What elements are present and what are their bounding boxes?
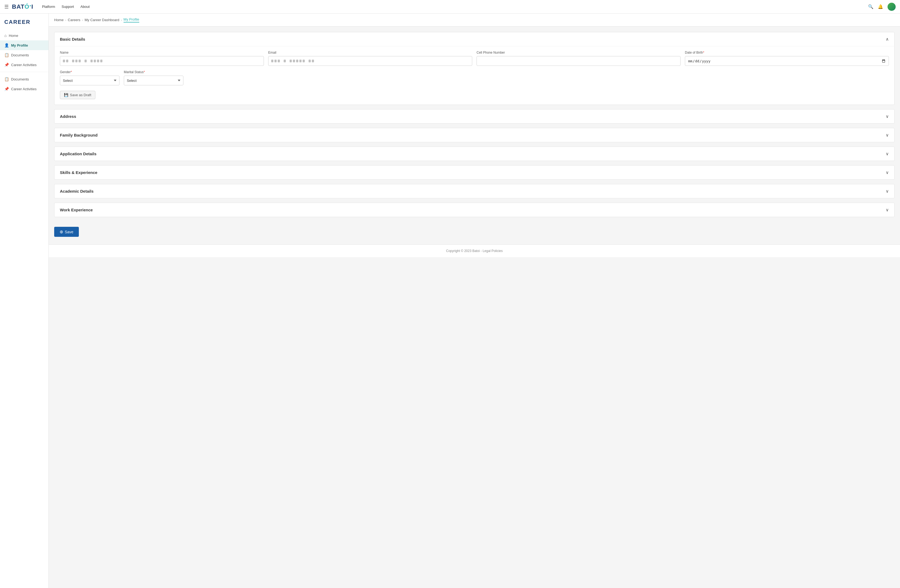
hamburger-icon[interactable]: ☰ bbox=[4, 4, 9, 10]
skills-experience-chevron: ∨ bbox=[886, 170, 889, 175]
marital-status-select[interactable]: Select Single Married Divorced Widowed bbox=[124, 76, 183, 85]
breadcrumb-dashboard[interactable]: My Career Dashboard bbox=[85, 18, 119, 22]
academic-details-title: Academic Details bbox=[60, 189, 93, 194]
address-title: Address bbox=[60, 114, 76, 119]
home-icon: ⌂ bbox=[4, 33, 6, 38]
gender-required: * bbox=[71, 70, 72, 74]
dob-group: Date of Birth* bbox=[685, 51, 889, 66]
breadcrumb-my-profile[interactable]: My Profile bbox=[124, 17, 139, 22]
skills-experience-header[interactable]: Skills & Experience ∨ bbox=[54, 166, 894, 179]
sidebar-item-label: My Profile bbox=[11, 43, 28, 47]
nav-platform[interactable]: Platform bbox=[42, 5, 55, 9]
career-activities2-icon: 📌 bbox=[4, 87, 9, 91]
breadcrumb-home[interactable]: Home bbox=[54, 18, 64, 22]
sidebar-divider bbox=[0, 72, 48, 72]
family-background-header[interactable]: Family Background ∨ bbox=[54, 128, 894, 142]
content-area: Basic Details ∧ Name bbox=[49, 26, 900, 227]
dob-input[interactable] bbox=[685, 56, 889, 66]
search-icon[interactable]: 🔍 bbox=[868, 4, 874, 9]
application-details-title: Application Details bbox=[60, 152, 96, 156]
address-chevron: ∨ bbox=[886, 114, 889, 119]
page-wrapper: CAREER ⌂ Home 👤 My Profile 📋 Documents 📌… bbox=[0, 0, 900, 588]
nav-about[interactable]: About bbox=[81, 5, 90, 9]
breadcrumb-sep-3: › bbox=[121, 19, 122, 22]
breadcrumb-sep-1: › bbox=[65, 19, 67, 22]
marital-status-group: Marital Status* Select Single Married Di… bbox=[124, 70, 183, 85]
main-content: Home › Careers › My Career Dashboard › M… bbox=[49, 14, 900, 588]
top-navigation: ☰ BATÓ●I Platform Support About 🔍 🔔 bbox=[0, 0, 900, 14]
gender-label: Gender* bbox=[60, 70, 119, 74]
name-group: Name bbox=[60, 51, 264, 66]
save-button-label: Save bbox=[65, 230, 73, 234]
family-background-chevron: ∨ bbox=[886, 132, 889, 138]
academic-details-chevron: ∨ bbox=[886, 189, 889, 194]
logo: BATÓ●I bbox=[12, 3, 33, 10]
application-details-header[interactable]: Application Details ∨ bbox=[54, 147, 894, 161]
sidebar-item-label: Documents bbox=[11, 77, 29, 81]
work-experience-section: Work Experience ∨ bbox=[54, 203, 895, 217]
skills-experience-section: Skills & Experience ∨ bbox=[54, 165, 895, 180]
cell-phone-group: Cell Phone Number bbox=[476, 51, 681, 66]
sidebar-item-documents[interactable]: 📋 Documents bbox=[0, 50, 48, 60]
footer-text: Copyright © 2023 Batoi - Legal Policies bbox=[446, 249, 503, 253]
basic-details-section: Basic Details ∧ Name bbox=[54, 32, 895, 105]
academic-details-header[interactable]: Academic Details ∨ bbox=[54, 184, 894, 198]
nav-right: 🔍 🔔 bbox=[868, 3, 896, 11]
sidebar-nav: ⌂ Home 👤 My Profile 📋 Documents 📌 Career… bbox=[0, 28, 48, 96]
family-background-title: Family Background bbox=[60, 133, 98, 137]
sidebar-item-my-profile[interactable]: 👤 My Profile bbox=[0, 40, 48, 50]
sidebar-item-label: Home bbox=[9, 34, 18, 38]
sidebar-brand: CAREER bbox=[0, 14, 48, 28]
cell-phone-input[interactable] bbox=[476, 56, 681, 66]
basic-details-row-1: Name bbox=[60, 51, 889, 66]
breadcrumb-careers[interactable]: Careers bbox=[68, 18, 80, 22]
sidebar-brand-text: CAREER bbox=[4, 19, 30, 25]
sidebar: CAREER ⌂ Home 👤 My Profile 📋 Documents 📌… bbox=[0, 14, 49, 588]
email-group: Email bbox=[268, 51, 472, 66]
save-button-icon: ⊕ bbox=[60, 229, 63, 234]
cell-phone-label: Cell Phone Number bbox=[476, 51, 681, 54]
basic-details-body: Name bbox=[54, 46, 894, 105]
application-details-chevron: ∨ bbox=[886, 151, 889, 156]
family-background-section: Family Background ∨ bbox=[54, 128, 895, 142]
marital-required: * bbox=[144, 70, 145, 74]
documents-icon: 📋 bbox=[4, 53, 9, 57]
dob-label: Date of Birth* bbox=[685, 51, 889, 54]
nav-support[interactable]: Support bbox=[62, 5, 74, 9]
basic-details-title: Basic Details bbox=[60, 37, 85, 42]
sidebar-item-career-activities[interactable]: 📌 Career Activities bbox=[0, 60, 48, 70]
sidebar-item-documents2[interactable]: 📋 Documents bbox=[0, 74, 48, 84]
email-label: Email bbox=[268, 51, 472, 54]
profile-icon: 👤 bbox=[4, 43, 9, 47]
sidebar-item-home[interactable]: ⌂ Home bbox=[0, 31, 48, 40]
logo-text: BATÓ●I bbox=[12, 3, 33, 10]
sidebar-item-label: Career Activities bbox=[11, 63, 37, 67]
address-header[interactable]: Address ∨ bbox=[54, 110, 894, 123]
save-as-draft-button[interactable]: 💾 Save as Draft bbox=[60, 91, 95, 99]
sidebar-item-label: Documents bbox=[11, 53, 29, 57]
sidebar-item-career-activities2[interactable]: 📌 Career Activities bbox=[0, 84, 48, 94]
breadcrumb: Home › Careers › My Career Dashboard › M… bbox=[49, 14, 900, 26]
work-experience-header[interactable]: Work Experience ∨ bbox=[54, 203, 894, 217]
email-input[interactable] bbox=[268, 56, 472, 66]
dob-required: * bbox=[703, 51, 704, 54]
nav-links: Platform Support About bbox=[42, 5, 90, 9]
address-section: Address ∨ bbox=[54, 109, 895, 124]
documents2-icon: 📋 bbox=[4, 77, 9, 81]
skills-experience-title: Skills & Experience bbox=[60, 170, 97, 175]
basic-details-row-2: Gender* Select Male Female Other Prefer … bbox=[60, 70, 889, 85]
work-experience-chevron: ∨ bbox=[886, 207, 889, 213]
work-experience-title: Work Experience bbox=[60, 208, 93, 212]
save-button[interactable]: ⊕ Save bbox=[54, 227, 79, 237]
gender-group: Gender* Select Male Female Other Prefer … bbox=[60, 70, 119, 85]
bell-icon[interactable]: 🔔 bbox=[878, 4, 883, 9]
career-activities-icon: 📌 bbox=[4, 63, 9, 67]
spacer bbox=[188, 70, 889, 85]
gender-select[interactable]: Select Male Female Other Prefer not to s… bbox=[60, 76, 119, 85]
avatar[interactable] bbox=[888, 3, 896, 11]
basic-details-header[interactable]: Basic Details ∧ bbox=[54, 32, 894, 46]
sidebar-item-label: Career Activities bbox=[11, 87, 37, 91]
breadcrumb-sep-2: › bbox=[82, 19, 83, 22]
name-input[interactable] bbox=[60, 56, 264, 66]
name-label: Name bbox=[60, 51, 264, 54]
